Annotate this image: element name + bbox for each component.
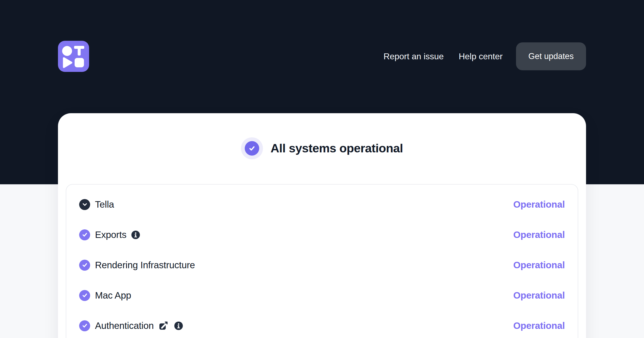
top-navigation: Report an issue Help center Get updates: [58, 41, 586, 72]
all-systems-check-icon: [241, 137, 263, 159]
overall-status-banner: All systems operational: [58, 137, 586, 159]
check-circle-icon: [79, 229, 90, 240]
page-title: All systems operational: [270, 141, 403, 155]
service-row-mac-app: Mac App Operational: [79, 285, 565, 306]
service-row-authentication: Authentication O: [79, 315, 565, 336]
service-name: Mac App: [95, 290, 131, 301]
nav-report-an-issue[interactable]: Report an issue: [383, 52, 444, 61]
tella-logo-icon: [58, 41, 89, 72]
service-name: Tella: [95, 199, 114, 210]
info-icon[interactable]: [131, 230, 140, 239]
service-status: Operational: [513, 260, 565, 270]
check-circle-icon: [79, 320, 90, 331]
service-name: Authentication: [95, 320, 154, 331]
service-row-rendering-infrastructure: Rendering Infrastructure Operational: [79, 255, 565, 275]
nav-help-center[interactable]: Help center: [459, 52, 503, 61]
service-status: Operational: [513, 320, 565, 331]
check-circle-icon: [79, 260, 90, 271]
service-status: Operational: [513, 290, 565, 301]
status-card: All systems operational Tella Operationa…: [58, 113, 586, 338]
check-circle-icon: [245, 141, 259, 156]
service-row-exports: Exports Operational: [79, 225, 565, 245]
chevron-down-icon[interactable]: [79, 199, 90, 210]
service-name: Exports: [95, 229, 126, 240]
tella-logo[interactable]: [58, 41, 89, 72]
service-row-tella[interactable]: Tella Operational: [79, 194, 565, 215]
service-name: Rendering Infrastructure: [95, 260, 195, 270]
check-circle-icon: [79, 290, 90, 301]
service-status: Operational: [513, 229, 565, 240]
get-updates-button[interactable]: Get updates: [516, 42, 586, 70]
external-link-icon[interactable]: [159, 321, 168, 330]
info-icon[interactable]: [174, 321, 183, 330]
services-panel: Tella Operational Exports: [66, 184, 578, 338]
service-status: Operational: [513, 199, 565, 210]
nav-links: Report an issue Help center Get updates: [383, 42, 586, 70]
